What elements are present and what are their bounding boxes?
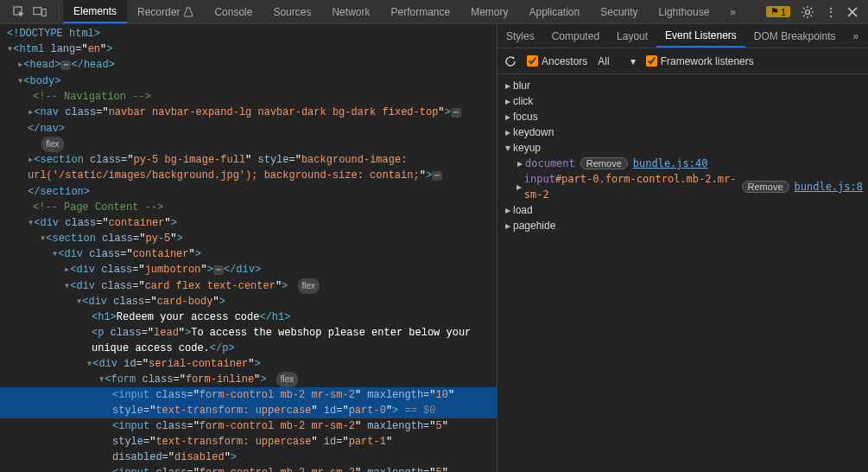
chevron-icon[interactable]: ▸ — [515, 156, 525, 171]
chevron-icon: ▸ — [503, 109, 513, 124]
form-node[interactable]: ▾<form class="form-inline"> flex — [0, 372, 497, 387]
chevron-icon: ▾ — [503, 140, 513, 156]
kebab-icon[interactable]: ⋮ — [825, 5, 837, 19]
tab-sources[interactable]: Sources — [263, 0, 321, 23]
chevron-down-icon: ▾ — [630, 55, 636, 67]
warning-badge[interactable]: ⚑ 1 — [766, 6, 790, 17]
close-icon[interactable] — [847, 7, 858, 17]
device-toggle-icon[interactable] — [33, 5, 47, 19]
section-node[interactable]: ▸<section class="py-5 bg-image-full" sty… — [0, 152, 497, 200]
checkbox-label: Ancestors — [542, 55, 587, 67]
attr-val: en — [88, 43, 100, 55]
event-row[interactable]: ▸keydown — [497, 124, 868, 140]
select-value: All — [598, 55, 609, 67]
event-row[interactable]: ▸blur — [497, 78, 868, 93]
listener-target[interactable]: input#part-0.form-control.mb-2.mr-sm-2 — [524, 171, 737, 202]
warning-count: 1 — [781, 7, 786, 17]
svg-rect-1 — [34, 7, 41, 14]
refresh-icon[interactable] — [504, 55, 516, 67]
subtab-styles[interactable]: Styles — [497, 24, 543, 48]
subtab-layout[interactable]: Layout — [608, 24, 656, 48]
tab-overflow[interactable]: » — [719, 0, 746, 23]
listener-target[interactable]: document — [525, 156, 575, 171]
main-toolbar: Elements Recorder Console Sources Networ… — [0, 0, 868, 24]
source-link[interactable]: bundle.js:40 — [633, 156, 708, 171]
comment-node[interactable]: <!-- Page Content --> — [0, 200, 497, 215]
event-row[interactable]: ▸load — [497, 202, 868, 218]
remove-button[interactable]: Remove — [742, 181, 789, 193]
doctype: <!DOCTYPE html> — [7, 28, 100, 40]
tab-lighthouse[interactable]: Lighthouse — [649, 0, 720, 23]
div-card-body[interactable]: ▾<div class="card-body"> — [0, 294, 497, 309]
tab-label: Recorder — [137, 6, 180, 18]
event-row[interactable]: ▾keyup — [497, 140, 868, 156]
comment-node[interactable]: <!-- Navigation --> — [0, 89, 497, 105]
head-node[interactable]: ▸<head>⋯</head> — [0, 57, 497, 73]
flex-badge: flex — [276, 372, 299, 387]
nav-node[interactable]: ▸<nav class="navbar navbar-expand-lg nav… — [0, 105, 497, 137]
flag-icon: ⚑ — [770, 6, 779, 17]
filter-select[interactable]: All▾ — [598, 55, 635, 67]
flask-icon — [183, 7, 193, 17]
divider — [59, 4, 60, 20]
event-toolbar: Ancestors All▾ Framework listeners — [497, 48, 868, 74]
p-node[interactable]: <p class="lead">To access the webshop pl… — [0, 325, 497, 356]
svg-rect-2 — [42, 9, 46, 16]
sidebar-panel: Styles Computed Layout Event Listeners D… — [497, 24, 868, 472]
tab-network[interactable]: Network — [321, 0, 380, 23]
collapsed-icon: ⋯ — [60, 61, 71, 70]
body-node[interactable]: ▾<body> — [0, 73, 497, 89]
gear-icon[interactable] — [801, 5, 814, 19]
framework-checkbox[interactable]: Framework listeners — [646, 55, 754, 67]
source-link[interactable]: bundle.js:8 — [795, 179, 863, 195]
remove-button[interactable]: Remove — [580, 157, 628, 169]
chevron-icon: ▸ — [503, 93, 513, 109]
input-node[interactable]: <input class="form-control mb-2 mr-sm-2"… — [0, 465, 497, 472]
tab-elements[interactable]: Elements — [63, 0, 127, 23]
inspect-icon[interactable] — [12, 5, 26, 19]
ancestors-checkbox[interactable]: Ancestors — [527, 55, 587, 67]
div-jumbotron[interactable]: ▸<div class="jumbotron">⋯</div> — [0, 262, 497, 278]
chevron-icon[interactable]: ▸ — [515, 179, 524, 195]
subtab-event-listeners[interactable]: Event Listeners — [656, 24, 745, 48]
checkbox-label: Framework listeners — [661, 55, 754, 67]
svg-point-3 — [806, 10, 810, 14]
section-py5[interactable]: ▾<section class="py-5"> — [0, 231, 497, 246]
chevron-icon: ▸ — [503, 78, 513, 93]
event-list: ▸blur▸click▸focus▸keydown▾keyup▸document… — [497, 74, 868, 237]
dom-tree[interactable]: <!DOCTYPE html> ▾<html lang="en"> ▸<head… — [0, 24, 497, 472]
h1-node[interactable]: <h1>Redeem your access code</h1> — [0, 309, 497, 325]
listener-row: ▸documentRemovebundle.js:40 — [497, 156, 868, 171]
div-serial[interactable]: ▾<div id="serial-container"> — [0, 356, 497, 372]
div-container[interactable]: ▾<div class="container"> — [0, 215, 497, 231]
chevron-icon: ▸ — [503, 218, 513, 233]
listener-row: ▸input#part-0.form-control.mb-2.mr-sm-2R… — [497, 171, 868, 202]
subtab-computed[interactable]: Computed — [543, 24, 608, 48]
chevron-icon: ▸ — [503, 202, 513, 218]
event-row[interactable]: ▸click — [497, 93, 868, 109]
main-area: <!DOCTYPE html> ▾<html lang="en"> ▸<head… — [0, 24, 868, 472]
tab-memory[interactable]: Memory — [460, 0, 518, 23]
subtab-dom-breakpoints[interactable]: DOM Breakpoints — [745, 24, 845, 48]
subtab-overflow[interactable]: » — [845, 24, 868, 48]
chevron-icon: ▸ — [503, 124, 513, 140]
tab-security[interactable]: Security — [590, 0, 648, 23]
input-node[interactable]: <input class="form-control mb-2 mr-sm-2"… — [0, 418, 497, 465]
tab-recorder[interactable]: Recorder — [127, 0, 204, 23]
flex-badge: flex — [41, 137, 64, 152]
flex-badge: flex — [298, 278, 320, 294]
tab-console[interactable]: Console — [204, 0, 263, 23]
div-inner-container[interactable]: ▾<div class="container"> — [0, 246, 497, 262]
tab-application[interactable]: Application — [519, 0, 591, 23]
input-node[interactable]: <input class="form-control mb-2 mr-sm-2"… — [0, 387, 497, 418]
tab-performance[interactable]: Performance — [380, 0, 460, 23]
panel-tabs: Elements Recorder Console Sources Networ… — [63, 0, 746, 23]
sidebar-tabs: Styles Computed Layout Event Listeners D… — [497, 24, 868, 48]
event-row[interactable]: ▸pagehide — [497, 218, 868, 233]
event-row[interactable]: ▸focus — [497, 109, 868, 124]
div-card[interactable]: ▾<div class="card flex text-center"> fle… — [0, 278, 497, 294]
html-node[interactable]: ▾<html lang="en"> — [0, 41, 497, 57]
